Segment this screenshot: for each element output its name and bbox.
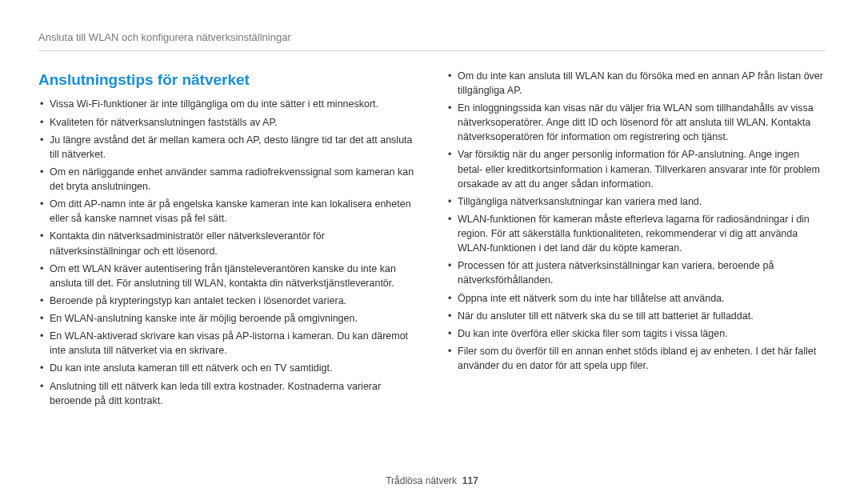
list-item: Du kan inte ansluta kameran till ett nät… xyxy=(38,361,418,375)
footer-label: Trådlösa nätverk xyxy=(386,475,457,486)
page-footer: Trådlösa nätverk 117 xyxy=(0,474,864,488)
list-item: Om ditt AP-namn inte är på engelska kans… xyxy=(38,197,418,226)
list-item: En WLAN-anslutning kanske inte är möjlig… xyxy=(38,311,418,326)
list-item: En inloggningssida kan visas när du välj… xyxy=(446,101,826,144)
breadcrumb: Ansluta till WLAN och konfigurera nätver… xyxy=(38,30,826,51)
list-item: Öppna inte ett nätverk som du inte har t… xyxy=(446,291,826,306)
list-item: Processen för att justera nätverksinstäl… xyxy=(446,258,826,287)
list-item: Om ett WLAN kräver autentisering från tj… xyxy=(38,262,418,290)
left-bullet-list: Vissa Wi-Fi-funktioner är inte tillgängl… xyxy=(38,97,418,407)
right-column: Om du inte kan ansluta till WLAN kan du … xyxy=(446,69,826,411)
list-item: En WLAN-aktiverad skrivare kan visas på … xyxy=(38,329,418,358)
list-item: Anslutning till ett nätverk kan leda til… xyxy=(38,379,418,408)
right-bullet-list: Om du inte kan ansluta till WLAN kan du … xyxy=(446,69,826,373)
list-item: Du kan inte överföra eller skicka filer … xyxy=(446,326,826,341)
page-number: 117 xyxy=(462,475,478,486)
list-item: WLAN-funktionen för kameran måste efterl… xyxy=(446,212,826,255)
content-columns: Anslutningstips för nätverket Vissa Wi-F… xyxy=(38,69,826,411)
list-item: Om du inte kan ansluta till WLAN kan du … xyxy=(446,69,826,98)
list-item: Ju längre avstånd det är mellan kamera o… xyxy=(38,133,418,162)
list-item: Filer som du överför till en annan enhet… xyxy=(446,344,826,373)
list-item: Beroende på krypteringstyp kan antalet t… xyxy=(38,294,418,308)
list-item: Kvaliteten för nätverksanslutningen fast… xyxy=(38,115,418,130)
list-item: Var försiktig när du anger personlig inf… xyxy=(446,147,826,190)
section-title: Anslutningstips för nätverket xyxy=(38,69,418,91)
list-item: Om en närliggande enhet använder samma r… xyxy=(38,165,418,194)
list-item: Vissa Wi-Fi-funktioner är inte tillgängl… xyxy=(38,97,418,111)
list-item: Tillgängliga nätverksanslutningar kan va… xyxy=(446,194,826,209)
list-item: Kontakta din nätverksadministratör eller… xyxy=(38,229,418,258)
left-column: Anslutningstips för nätverket Vissa Wi-F… xyxy=(38,69,418,411)
list-item: När du ansluter till ett nätverk ska du … xyxy=(446,309,826,323)
